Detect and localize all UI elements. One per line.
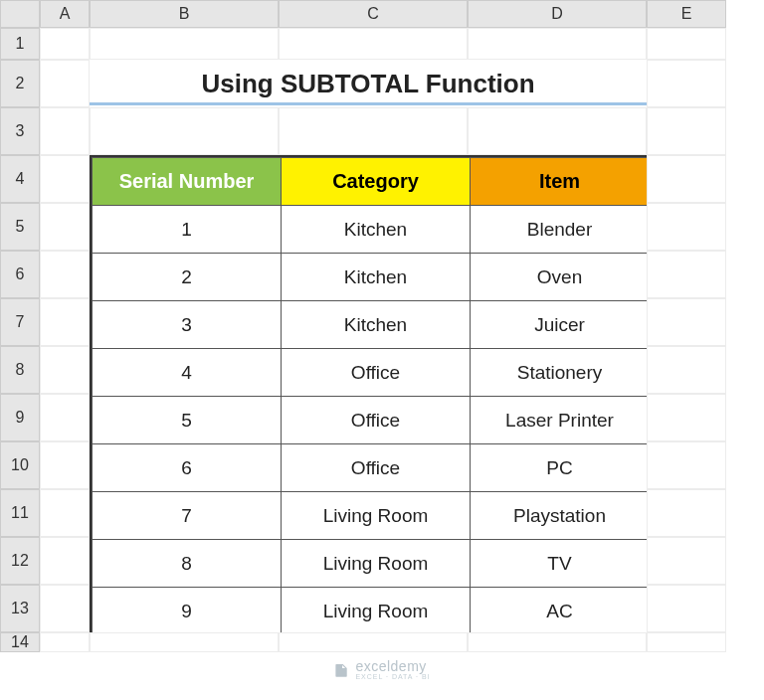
- cell-serial[interactable]: 7: [93, 492, 282, 540]
- spreadsheet-icon: [333, 662, 349, 678]
- cell-A10[interactable]: [40, 441, 90, 489]
- cell-category[interactable]: Kitchen: [282, 301, 471, 349]
- cell-A14[interactable]: [40, 632, 90, 652]
- row-head-11[interactable]: 11: [0, 489, 40, 537]
- cell-E12[interactable]: [647, 537, 726, 585]
- row-head-12[interactable]: 12: [0, 537, 40, 585]
- cell-category[interactable]: Office: [282, 349, 471, 397]
- cell-A2[interactable]: [40, 60, 90, 107]
- col-head-B[interactable]: B: [90, 0, 279, 28]
- cell-E14[interactable]: [647, 632, 726, 652]
- th-category[interactable]: Category: [282, 158, 471, 206]
- cell-item[interactable]: Stationery: [471, 349, 650, 397]
- cell-A5[interactable]: [40, 203, 90, 251]
- cell-E2[interactable]: [647, 60, 726, 107]
- cell-item[interactable]: Juicer: [471, 301, 650, 349]
- cell-item[interactable]: PC: [471, 444, 650, 492]
- data-table-region: Serial Number Category Item 1KitchenBlen…: [90, 155, 647, 632]
- watermark-tagline: EXCEL · DATA · BI: [355, 673, 430, 680]
- row-head-4[interactable]: 4: [0, 155, 40, 203]
- cell-C1[interactable]: [279, 28, 468, 60]
- row-head-5[interactable]: 5: [0, 203, 40, 251]
- cell-item[interactable]: Blender: [471, 206, 650, 254]
- cell-serial[interactable]: 8: [93, 540, 282, 588]
- table-row: 2KitchenOven: [93, 254, 650, 301]
- cell-E13[interactable]: [647, 585, 726, 632]
- row-head-8[interactable]: 8: [0, 346, 40, 394]
- cell-A4[interactable]: [40, 155, 90, 203]
- row-head-14[interactable]: 14: [0, 632, 40, 652]
- cell-A12[interactable]: [40, 537, 90, 585]
- cell-B1[interactable]: [90, 28, 279, 60]
- cell-serial[interactable]: 2: [93, 254, 282, 301]
- cell-E9[interactable]: [647, 394, 726, 441]
- cell-serial[interactable]: 3: [93, 301, 282, 349]
- cell-category[interactable]: Office: [282, 444, 471, 492]
- cell-E5[interactable]: [647, 203, 726, 251]
- table-row: 7Living RoomPlaystation: [93, 492, 650, 540]
- select-all-corner[interactable]: [0, 0, 40, 28]
- row-head-13[interactable]: 13: [0, 585, 40, 632]
- col-head-E[interactable]: E: [647, 0, 726, 28]
- cell-E7[interactable]: [647, 298, 726, 346]
- cell-A11[interactable]: [40, 489, 90, 537]
- cell-serial[interactable]: 5: [93, 397, 282, 444]
- cell-A7[interactable]: [40, 298, 90, 346]
- cell-A3[interactable]: [40, 107, 90, 155]
- cell-serial[interactable]: 4: [93, 349, 282, 397]
- cell-category[interactable]: Office: [282, 397, 471, 444]
- title-merged-cell[interactable]: Using SUBTOTAL Function: [90, 60, 647, 107]
- cell-item[interactable]: Laser Printer: [471, 397, 650, 444]
- table-row: 6OfficePC: [93, 444, 650, 492]
- cell-A8[interactable]: [40, 346, 90, 394]
- th-item[interactable]: Item: [471, 158, 650, 206]
- cell-category[interactable]: Kitchen: [282, 254, 471, 301]
- cell-item[interactable]: TV: [471, 540, 650, 588]
- row-head-7[interactable]: 7: [0, 298, 40, 346]
- row-head-10[interactable]: 10: [0, 441, 40, 489]
- cell-A9[interactable]: [40, 394, 90, 441]
- watermark-brand: exceldemy: [355, 659, 430, 673]
- cell-E3[interactable]: [647, 107, 726, 155]
- cell-E8[interactable]: [647, 346, 726, 394]
- cell-C14[interactable]: [279, 632, 468, 652]
- cell-B14[interactable]: [90, 632, 279, 652]
- row-head-6[interactable]: 6: [0, 251, 40, 298]
- cell-A1[interactable]: [40, 28, 90, 60]
- cell-E1[interactable]: [647, 28, 726, 60]
- cell-category[interactable]: Kitchen: [282, 206, 471, 254]
- page-title: Using SUBTOTAL Function: [201, 69, 534, 99]
- row-head-1[interactable]: 1: [0, 28, 40, 60]
- cell-category[interactable]: Living Room: [282, 588, 471, 635]
- row-head-2[interactable]: 2: [0, 60, 40, 107]
- cell-serial[interactable]: 1: [93, 206, 282, 254]
- data-table: Serial Number Category Item 1KitchenBlen…: [92, 157, 650, 635]
- cell-item[interactable]: Playstation: [471, 492, 650, 540]
- cell-E10[interactable]: [647, 441, 726, 489]
- cell-category[interactable]: Living Room: [282, 540, 471, 588]
- cell-A6[interactable]: [40, 251, 90, 298]
- cell-E4[interactable]: [647, 155, 726, 203]
- cell-D1[interactable]: [468, 28, 647, 60]
- row-head-3[interactable]: 3: [0, 107, 40, 155]
- cell-item[interactable]: AC: [471, 588, 650, 635]
- cell-D14[interactable]: [468, 632, 647, 652]
- th-serial[interactable]: Serial Number: [93, 158, 282, 206]
- cell-B3[interactable]: [90, 107, 279, 155]
- col-head-C[interactable]: C: [279, 0, 468, 28]
- cell-serial[interactable]: 9: [93, 588, 282, 635]
- col-head-A[interactable]: A: [40, 0, 90, 28]
- cell-A13[interactable]: [40, 585, 90, 632]
- spreadsheet-grid: A B C D E 1 2 Using SUBTOTAL Function 3 …: [0, 0, 764, 652]
- row-head-9[interactable]: 9: [0, 394, 40, 441]
- table-row: 8Living RoomTV: [93, 540, 650, 588]
- watermark: exceldemy EXCEL · DATA · BI: [333, 659, 430, 680]
- cell-serial[interactable]: 6: [93, 444, 282, 492]
- cell-D3[interactable]: [468, 107, 647, 155]
- cell-item[interactable]: Oven: [471, 254, 650, 301]
- col-head-D[interactable]: D: [468, 0, 647, 28]
- cell-category[interactable]: Living Room: [282, 492, 471, 540]
- cell-E6[interactable]: [647, 251, 726, 298]
- cell-C3[interactable]: [279, 107, 468, 155]
- cell-E11[interactable]: [647, 489, 726, 537]
